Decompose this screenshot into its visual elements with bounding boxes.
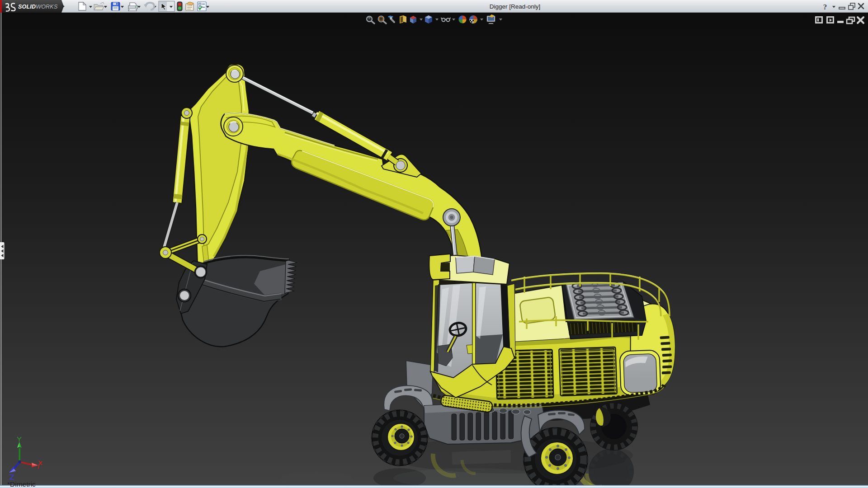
svg-text:SOLIDWORKS: SOLIDWORKS xyxy=(18,4,58,10)
svg-text:Digger [Read-only]: Digger [Read-only] xyxy=(490,3,541,10)
svg-text:*Dimetric: *Dimetric xyxy=(7,480,36,488)
svg-text:?: ? xyxy=(823,3,827,11)
